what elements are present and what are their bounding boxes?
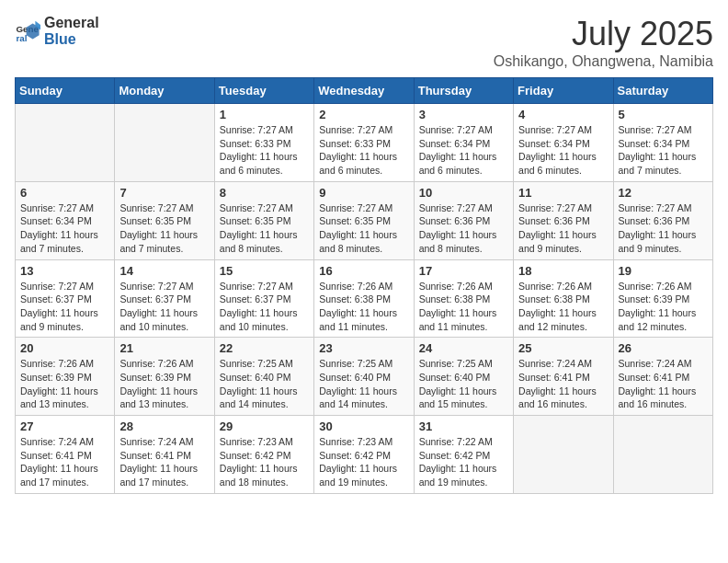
day-header-thursday: Thursday (414, 78, 513, 104)
day-info: Sunrise: 7:27 AM Sunset: 6:37 PM Dayligh… (20, 280, 109, 334)
day-info: Sunrise: 7:25 AM Sunset: 6:40 PM Dayligh… (220, 357, 309, 411)
calendar-week-row: 6Sunrise: 7:27 AM Sunset: 6:34 PM Daylig… (16, 181, 713, 259)
day-number: 18 (518, 264, 608, 278)
day-number: 21 (119, 341, 209, 355)
day-header-sunday: Sunday (16, 78, 115, 104)
calendar-cell: 17Sunrise: 7:26 AM Sunset: 6:38 PM Dayli… (414, 259, 513, 338)
day-info: Sunrise: 7:27 AM Sunset: 6:35 PM Dayligh… (319, 201, 408, 256)
logo-general-text: General (44, 15, 99, 31)
day-number: 20 (20, 341, 109, 355)
calendar-cell (115, 104, 214, 182)
day-number: 23 (319, 341, 408, 355)
calendar-cell: 27Sunrise: 7:24 AM Sunset: 6:41 PM Dayli… (16, 416, 115, 494)
calendar-cell: 21Sunrise: 7:26 AM Sunset: 6:39 PM Dayli… (115, 338, 214, 416)
day-info: Sunrise: 7:27 AM Sunset: 6:33 PM Dayligh… (319, 123, 408, 178)
calendar-cell: 12Sunrise: 7:27 AM Sunset: 6:36 PM Dayli… (613, 181, 712, 259)
day-header-saturday: Saturday (613, 78, 712, 104)
day-info: Sunrise: 7:25 AM Sunset: 6:40 PM Dayligh… (319, 357, 408, 411)
day-number: 8 (220, 186, 309, 200)
day-info: Sunrise: 7:27 AM Sunset: 6:34 PM Dayligh… (619, 123, 708, 178)
calendar-cell: 15Sunrise: 7:27 AM Sunset: 6:37 PM Dayli… (214, 259, 313, 338)
day-number: 3 (419, 108, 508, 121)
day-number: 4 (518, 108, 608, 121)
day-header-wednesday: Wednesday (314, 78, 414, 104)
day-number: 11 (518, 186, 608, 200)
day-number: 31 (419, 419, 508, 433)
day-info: Sunrise: 7:27 AM Sunset: 6:36 PM Dayligh… (619, 201, 708, 256)
logo-icon: Gene ral (15, 18, 40, 44)
day-info: Sunrise: 7:24 AM Sunset: 6:41 PM Dayligh… (619, 357, 708, 411)
calendar-cell: 28Sunrise: 7:24 AM Sunset: 6:41 PM Dayli… (115, 416, 214, 494)
day-number: 2 (319, 108, 408, 121)
day-number: 7 (119, 186, 209, 200)
day-info: Sunrise: 7:27 AM Sunset: 6:34 PM Dayligh… (20, 201, 109, 256)
day-info: Sunrise: 7:24 AM Sunset: 6:41 PM Dayligh… (518, 357, 608, 411)
day-number: 19 (619, 264, 708, 278)
calendar-cell: 25Sunrise: 7:24 AM Sunset: 6:41 PM Dayli… (514, 338, 613, 416)
month-year-title: July 2025 (494, 15, 713, 53)
day-info: Sunrise: 7:27 AM Sunset: 6:33 PM Dayligh… (220, 123, 309, 178)
day-number: 15 (220, 264, 309, 278)
calendar-cell: 1Sunrise: 7:27 AM Sunset: 6:33 PM Daylig… (214, 104, 313, 182)
calendar-header-row: SundayMondayTuesdayWednesdayThursdayFrid… (16, 78, 713, 104)
day-number: 29 (220, 419, 309, 433)
calendar-cell: 13Sunrise: 7:27 AM Sunset: 6:37 PM Dayli… (16, 259, 115, 338)
calendar-cell: 23Sunrise: 7:25 AM Sunset: 6:40 PM Dayli… (314, 338, 414, 416)
day-info: Sunrise: 7:27 AM Sunset: 6:35 PM Dayligh… (220, 201, 309, 256)
calendar-cell: 11Sunrise: 7:27 AM Sunset: 6:36 PM Dayli… (514, 181, 613, 259)
calendar-week-row: 1Sunrise: 7:27 AM Sunset: 6:33 PM Daylig… (16, 104, 713, 182)
calendar-week-row: 20Sunrise: 7:26 AM Sunset: 6:39 PM Dayli… (16, 338, 713, 416)
day-info: Sunrise: 7:26 AM Sunset: 6:39 PM Dayligh… (20, 357, 109, 411)
day-number: 30 (319, 419, 408, 433)
day-info: Sunrise: 7:26 AM Sunset: 6:38 PM Dayligh… (319, 280, 408, 334)
day-number: 16 (319, 264, 408, 278)
calendar-cell: 29Sunrise: 7:23 AM Sunset: 6:42 PM Dayli… (214, 416, 313, 494)
logo-blue-text: Blue (44, 31, 99, 48)
calendar-cell: 7Sunrise: 7:27 AM Sunset: 6:35 PM Daylig… (115, 181, 214, 259)
day-info: Sunrise: 7:27 AM Sunset: 6:34 PM Dayligh… (419, 123, 508, 178)
calendar-cell: 18Sunrise: 7:26 AM Sunset: 6:38 PM Dayli… (514, 259, 613, 338)
day-info: Sunrise: 7:27 AM Sunset: 6:34 PM Dayligh… (518, 123, 608, 178)
calendar-cell: 20Sunrise: 7:26 AM Sunset: 6:39 PM Dayli… (16, 338, 115, 416)
day-number: 17 (419, 264, 508, 278)
calendar-cell (514, 416, 613, 494)
calendar-cell: 5Sunrise: 7:27 AM Sunset: 6:34 PM Daylig… (613, 104, 712, 182)
day-number: 1 (220, 108, 309, 121)
day-info: Sunrise: 7:26 AM Sunset: 6:39 PM Dayligh… (619, 280, 708, 334)
calendar-cell: 6Sunrise: 7:27 AM Sunset: 6:34 PM Daylig… (16, 181, 115, 259)
calendar-cell: 26Sunrise: 7:24 AM Sunset: 6:41 PM Dayli… (613, 338, 712, 416)
day-number: 26 (619, 341, 708, 355)
day-number: 9 (319, 186, 408, 200)
day-number: 24 (419, 341, 508, 355)
svg-text:ral: ral (16, 33, 27, 43)
calendar-cell: 31Sunrise: 7:22 AM Sunset: 6:42 PM Dayli… (414, 416, 513, 494)
day-info: Sunrise: 7:27 AM Sunset: 6:36 PM Dayligh… (518, 201, 608, 256)
day-number: 6 (20, 186, 109, 200)
day-info: Sunrise: 7:26 AM Sunset: 6:38 PM Dayligh… (518, 280, 608, 334)
calendar-cell: 22Sunrise: 7:25 AM Sunset: 6:40 PM Dayli… (214, 338, 313, 416)
calendar-cell: 16Sunrise: 7:26 AM Sunset: 6:38 PM Dayli… (314, 259, 414, 338)
calendar-week-row: 13Sunrise: 7:27 AM Sunset: 6:37 PM Dayli… (16, 259, 713, 338)
day-number: 12 (619, 186, 708, 200)
calendar-cell (613, 416, 712, 494)
page-header: Gene ral General Blue July 2025 Oshikang… (15, 15, 713, 70)
day-number: 28 (119, 419, 209, 433)
logo: Gene ral General Blue (15, 15, 99, 47)
day-info: Sunrise: 7:26 AM Sunset: 6:39 PM Dayligh… (119, 357, 209, 411)
day-info: Sunrise: 7:24 AM Sunset: 6:41 PM Dayligh… (119, 435, 209, 489)
calendar-cell (16, 104, 115, 182)
title-area: July 2025 Oshikango, Ohangwena, Namibia (494, 15, 713, 70)
day-number: 13 (20, 264, 109, 278)
calendar-cell: 24Sunrise: 7:25 AM Sunset: 6:40 PM Dayli… (414, 338, 513, 416)
day-info: Sunrise: 7:22 AM Sunset: 6:42 PM Dayligh… (419, 435, 508, 489)
day-info: Sunrise: 7:26 AM Sunset: 6:38 PM Dayligh… (419, 280, 508, 334)
calendar-cell: 2Sunrise: 7:27 AM Sunset: 6:33 PM Daylig… (314, 104, 414, 182)
day-number: 10 (419, 186, 508, 200)
day-info: Sunrise: 7:23 AM Sunset: 6:42 PM Dayligh… (220, 435, 309, 489)
calendar-cell: 8Sunrise: 7:27 AM Sunset: 6:35 PM Daylig… (214, 181, 313, 259)
day-number: 27 (20, 419, 109, 433)
calendar-cell: 9Sunrise: 7:27 AM Sunset: 6:35 PM Daylig… (314, 181, 414, 259)
calendar-cell: 30Sunrise: 7:23 AM Sunset: 6:42 PM Dayli… (314, 416, 414, 494)
day-info: Sunrise: 7:27 AM Sunset: 6:37 PM Dayligh… (220, 280, 309, 334)
location-subtitle: Oshikango, Ohangwena, Namibia (494, 53, 713, 70)
